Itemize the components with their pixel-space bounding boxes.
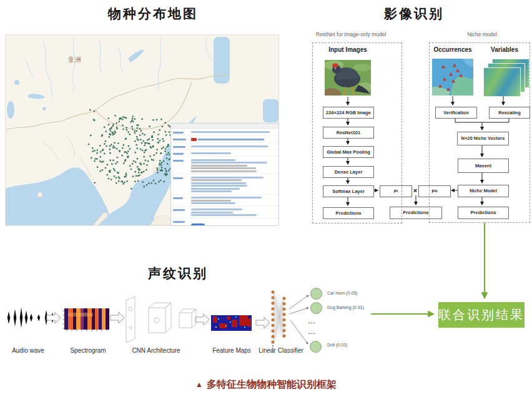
verification-box: Verification <box>435 107 477 119</box>
step-dense-layer: Dense Layer <box>323 166 374 178</box>
info-panel-rows <box>171 129 278 226</box>
output-label-car-horn: Car Horn (0.05) <box>327 291 358 295</box>
info-panel-row <box>171 129 278 135</box>
info-panel-row <box>171 135 278 143</box>
info-panel-row <box>171 150 278 157</box>
stage-label-audio-wave: Audio wave <box>6 347 50 354</box>
linear-classifier-mesh <box>273 292 284 342</box>
spectrogram-art <box>63 308 110 331</box>
feature-maps-art <box>211 315 252 331</box>
info-panel-row <box>171 174 278 195</box>
stage-label-feature-maps: Feature Maps <box>206 347 257 354</box>
cnn-architecture-art <box>126 297 196 343</box>
niche-model-label: Niche model <box>451 31 513 37</box>
stage-label-cnn-architecture: CNN Architecture <box>122 347 190 354</box>
output-circle-drill <box>310 341 322 353</box>
audio-waveform <box>7 308 54 328</box>
step-rgb-image: 224×224 RGB Image <box>323 107 374 119</box>
caption-text: 多特征生物物种智能识别框架 <box>207 379 337 390</box>
linear-classifier-nodes <box>272 291 285 344</box>
info-panel-row <box>171 157 278 174</box>
species-distribution-map: 亚洲 <box>5 34 279 226</box>
niche-model-box: Niche Model <box>458 185 509 197</box>
image-section-title: 影像识别 <box>361 5 467 22</box>
output-circle-dog-barking <box>310 302 322 314</box>
classifier-output-arrows <box>289 295 308 344</box>
species-info-panel <box>170 123 279 226</box>
occurrences-map <box>432 59 473 96</box>
output-ellipsis-2: ... <box>308 329 316 335</box>
voice-section-title: 声纹识别 <box>125 265 231 282</box>
maxent-box: Maxent <box>458 159 509 173</box>
info-panel-row <box>171 207 278 218</box>
step-softmax-layer: Softmax Layer <box>323 185 374 197</box>
output-circle-car-horn <box>310 288 322 300</box>
stage-label-linear-classifier: Linear Classifier <box>253 347 309 354</box>
combined-predictions-box: Predictions <box>390 207 442 219</box>
map-region-label: 亚洲 <box>68 56 82 64</box>
green-arrows <box>371 223 485 314</box>
info-panel-header <box>171 124 278 129</box>
pipeline-arrows <box>47 312 270 328</box>
joint-result-box: 联合识别结果 <box>438 302 525 328</box>
info-panel-row <box>171 195 278 207</box>
niche-predictions-box: Predictions <box>458 207 509 219</box>
p-niche-box: PN <box>418 185 451 197</box>
step-resnet101: ResNet101 <box>323 127 374 139</box>
rescaling-box: Rescaling <box>489 107 530 119</box>
output-label-dog-barking: Dog Barking (0.91) <box>327 305 364 310</box>
stage-label-spectrogram: Spectrogram <box>66 347 110 354</box>
niche-vectors-box: N×20 Niche Vectors <box>457 132 509 145</box>
step-global-max-pooling: Global Max Pooling <box>323 146 374 158</box>
image-model-label: RestNet for image-only model <box>316 31 386 37</box>
step-image-predictions: Predictions <box>323 207 374 219</box>
variables-layer-front <box>483 67 521 97</box>
p-niche-sub: N <box>435 190 438 194</box>
caption-triangle-icon: ▲ <box>195 380 203 389</box>
p-image-box: PI <box>380 185 412 197</box>
p-image-sub: I <box>397 190 398 194</box>
map-section-title: 物种分布地图 <box>81 5 225 22</box>
info-panel-row <box>171 143 278 150</box>
input-bird-image <box>325 60 371 96</box>
info-panel-row <box>171 218 278 227</box>
figure-caption: ▲多特征生物物种智能识别框架 <box>0 378 532 391</box>
output-ellipsis-1: ... <box>308 318 316 325</box>
output-label-drill: Drill (0.03) <box>327 343 347 347</box>
figure-canvas: 物种分布地图 影像识别 声纹识别 <box>0 0 532 397</box>
